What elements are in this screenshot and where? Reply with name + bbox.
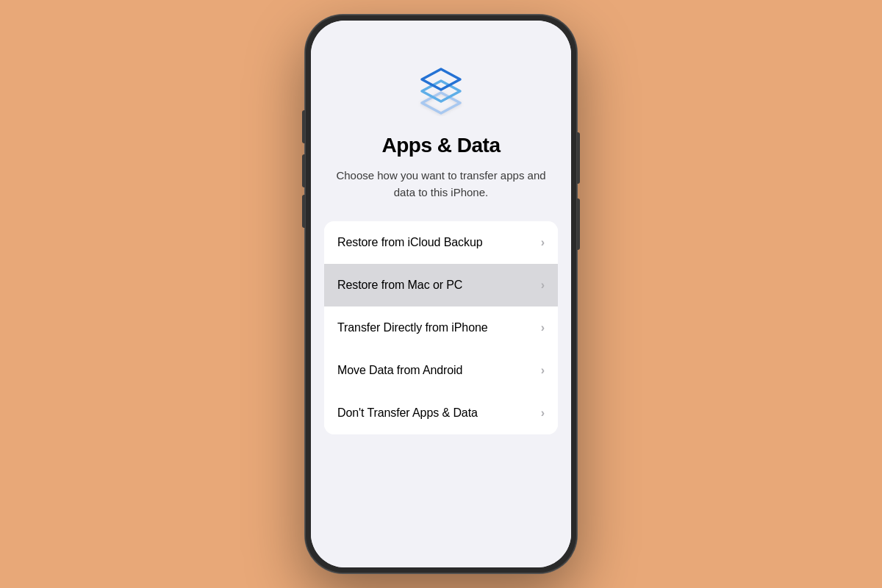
chevron-icon: › (541, 365, 545, 376)
page-title: Apps & Data (382, 134, 501, 157)
chevron-icon: › (541, 407, 545, 419)
menu-item-android[interactable]: Move Data from Android › (324, 349, 558, 392)
chevron-icon: › (541, 322, 545, 334)
menu-item-no-transfer[interactable]: Don't Transfer Apps & Data › (324, 392, 558, 434)
page-subtitle: Choose how you want to transfer apps and… (311, 168, 571, 201)
layers-icon (412, 57, 470, 116)
phone-screen: Apps & Data Choose how you want to trans… (311, 21, 571, 567)
menu-list: Restore from iCloud Backup › Restore fro… (311, 221, 571, 434)
chevron-icon: › (541, 279, 545, 291)
app-icon (412, 57, 470, 116)
menu-item-direct[interactable]: Transfer Directly from iPhone › (324, 306, 558, 349)
screen-content: Apps & Data Choose how you want to trans… (311, 21, 571, 567)
menu-card: Restore from iCloud Backup › Restore fro… (324, 221, 558, 434)
chevron-icon: › (541, 237, 545, 248)
menu-item-mac-pc[interactable]: Restore from Mac or PC › (324, 264, 558, 306)
phone-frame: Apps & Data Choose how you want to trans… (305, 15, 577, 573)
menu-item-icloud[interactable]: Restore from iCloud Backup › (324, 221, 558, 264)
